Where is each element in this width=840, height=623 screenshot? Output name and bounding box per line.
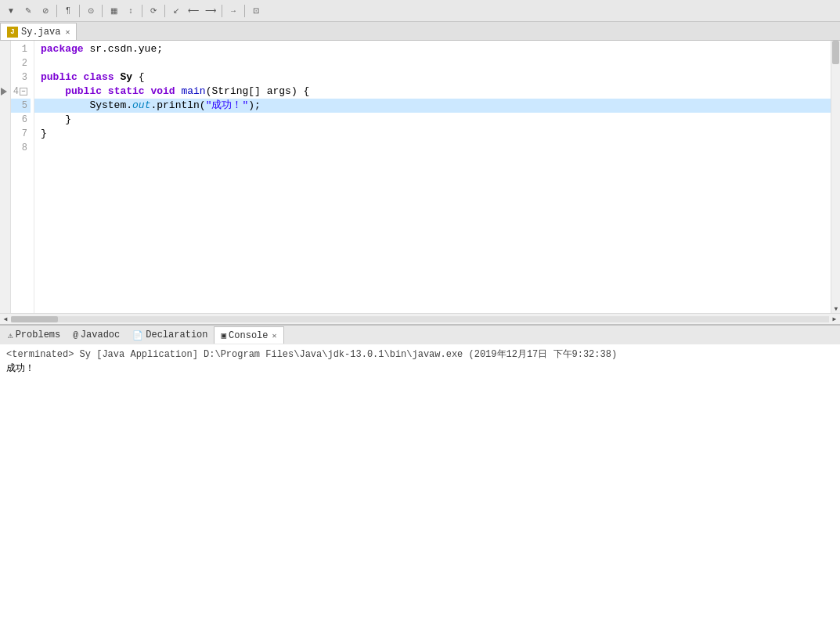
line-num-1: 1 — [11, 42, 31, 56]
console-output: <terminated> Sy [Java Application] D:\Pr… — [0, 344, 840, 623]
code-line-1: package sr.csdn.yue; — [34, 42, 831, 56]
tab-problems[interactable]: ⚠ Problems — [2, 326, 67, 344]
toolbar-btn-4[interactable]: ¶ — [60, 3, 76, 19]
editor-container: 1 2 3 4− 5 6 7 8 package sr.csdn.yue; pu… — [0, 41, 840, 313]
scrollbar-arrow-down[interactable]: ▼ — [831, 304, 840, 313]
toolbar: ▼ ✎ ⊘ ¶ ⊙ ▦ ↕ ⟳ ↙ ⟵ ⟶ → ⊡ — [0, 0, 840, 22]
line-numbers: 1 2 3 4− 5 6 7 8 — [11, 41, 34, 313]
problems-icon: ⚠ — [8, 330, 13, 340]
toolbar-btn-3[interactable]: ⊘ — [38, 3, 53, 19]
gutter-arrow — [1, 88, 7, 95]
editor-tab-close[interactable]: ✕ — [65, 27, 70, 37]
h-scrollbar[interactable]: ◀ ▶ — [0, 313, 840, 324]
toolbar-btn-11[interactable]: ⟶ — [203, 3, 218, 19]
toolbar-btn-10[interactable]: ⟵ — [186, 3, 201, 19]
code-line-3: public class Sy { — [34, 70, 831, 85]
code-area[interactable]: package sr.csdn.yue; public class Sy { p… — [34, 41, 831, 313]
console-icon: ▣ — [221, 330, 226, 340]
editor-tab-bar: J Sy.java ✕ — [0, 22, 840, 41]
toolbar-btn-13[interactable]: ⊡ — [248, 3, 264, 19]
toolbar-btn-8[interactable]: ⟳ — [146, 3, 161, 19]
toolbar-btn-1[interactable]: ▼ — [3, 3, 19, 19]
java-file-icon: J — [7, 27, 18, 38]
toolbar-btn-9[interactable]: ↙ — [168, 3, 184, 19]
console-output-line: 成功！ — [6, 362, 834, 376]
editor-tab-label: Sy.java — [21, 27, 60, 38]
line-num-2: 2 — [11, 56, 31, 70]
toolbar-btn-7[interactable]: ↕ — [123, 3, 139, 19]
h-scroll-thumb[interactable] — [11, 316, 58, 322]
fold-icon-4[interactable]: − — [20, 88, 27, 95]
code-line-7: } — [34, 127, 831, 141]
toolbar-sep-3 — [102, 5, 103, 17]
tab-console-label: Console — [229, 330, 268, 341]
toolbar-sep-2 — [79, 5, 80, 17]
line-num-5: 5 — [11, 99, 31, 113]
code-line-4: public static void main(String[] args) { — [34, 85, 831, 99]
editor-gutter — [0, 41, 11, 313]
line-num-7: 7 — [11, 127, 31, 141]
console-terminated-line: <terminated> Sy [Java Application] D:\Pr… — [6, 348, 834, 362]
toolbar-sep-1 — [56, 5, 57, 17]
h-scroll-left[interactable]: ◀ — [0, 314, 11, 325]
tab-javadoc[interactable]: @ Javadoc — [67, 326, 126, 344]
code-line-6: } — [34, 113, 831, 127]
toolbar-sep-7 — [244, 5, 245, 17]
toolbar-btn-5[interactable]: ⊙ — [83, 3, 99, 19]
editor-scrollbar[interactable]: ▲ ▼ — [831, 41, 840, 313]
declaration-icon: 📄 — [132, 330, 143, 340]
toolbar-btn-6[interactable]: ▦ — [106, 3, 121, 19]
tab-javadoc-label: Javadoc — [81, 330, 120, 340]
line-num-8: 8 — [11, 141, 31, 155]
code-line-5: System.out.println("成功！"); — [34, 99, 831, 113]
h-scroll-right[interactable]: ▶ — [829, 314, 840, 325]
toolbar-sep-6 — [222, 5, 222, 17]
tab-declaration[interactable]: 📄 Declaration — [126, 326, 214, 344]
toolbar-btn-12[interactable]: → — [225, 3, 241, 19]
code-line-8 — [34, 141, 831, 155]
line-num-6: 6 — [11, 113, 31, 127]
code-line-2 — [34, 56, 831, 70]
toolbar-btn-2[interactable]: ✎ — [20, 3, 36, 19]
bottom-tab-bar: ⚠ Problems @ Javadoc 📄 Declaration ▣ Con… — [0, 324, 840, 344]
scrollbar-thumb[interactable] — [832, 41, 839, 64]
javadoc-icon: @ — [73, 330, 78, 340]
h-scroll-track[interactable] — [11, 316, 829, 322]
line-num-3: 3 — [11, 70, 31, 85]
tab-problems-label: Problems — [16, 330, 61, 340]
toolbar-sep-4 — [142, 5, 142, 17]
tab-declaration-label: Declaration — [146, 330, 207, 340]
line-num-4: 4− — [11, 85, 31, 99]
editor-tab-sy-java[interactable]: J Sy.java ✕ — [0, 23, 77, 40]
tab-console[interactable]: ▣ Console ✕ — [214, 326, 283, 344]
toolbar-sep-5 — [164, 5, 165, 17]
console-tab-close[interactable]: ✕ — [272, 331, 277, 340]
